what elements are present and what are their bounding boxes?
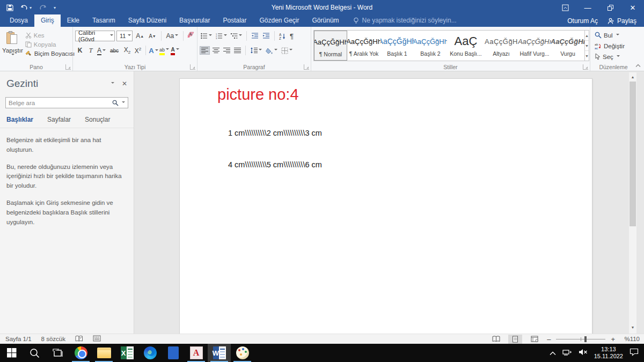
restore-button[interactable] xyxy=(599,0,621,15)
taskbar-autocad-icon[interactable]: A xyxy=(185,344,208,362)
style-normal[interactable]: AaÇçĞğHh ¶ Normal xyxy=(314,31,347,61)
shrink-font-button[interactable]: A▼ xyxy=(147,33,158,39)
decrease-indent-button[interactable] xyxy=(250,32,260,40)
line-spacing-button[interactable] xyxy=(249,47,263,54)
save-icon[interactable] xyxy=(6,4,13,11)
sign-in-button[interactable]: Oturum Aç xyxy=(567,17,598,25)
paste-button[interactable]: Yapıştır xyxy=(2,29,23,62)
taskbar-chrome-icon[interactable] xyxy=(69,344,92,362)
start-button[interactable] xyxy=(0,344,23,362)
taskbar-search-button[interactable] xyxy=(23,344,46,362)
find-button[interactable]: Bul xyxy=(595,31,634,40)
nav-tab-headings[interactable]: Başlıklar xyxy=(6,116,33,123)
tab-gorunum[interactable]: Görünüm xyxy=(306,14,346,27)
copy-button[interactable]: Kopyala xyxy=(25,41,75,48)
bullets-button[interactable] xyxy=(200,32,213,40)
text-effects-button[interactable]: A xyxy=(149,47,158,55)
bold-button[interactable]: K xyxy=(75,47,85,54)
tab-postalar[interactable]: Postalar xyxy=(216,14,253,27)
justify-button[interactable] xyxy=(233,47,242,54)
collapse-ribbon-icon[interactable] xyxy=(635,63,641,69)
task-view-button[interactable] xyxy=(46,344,69,362)
nav-pane-options-icon[interactable] xyxy=(111,82,114,85)
borders-button[interactable] xyxy=(280,47,294,55)
style-heading2[interactable]: AaÇçĞğHh Başlık 2 xyxy=(414,31,447,61)
qat-customize-icon[interactable]: ▾ xyxy=(54,5,56,10)
tell-me-box[interactable]: Ne yapmak istediğinizi söyleyin... xyxy=(353,17,457,27)
multilevel-list-button[interactable] xyxy=(230,32,243,40)
style-title[interactable]: AaÇ Konu Başlı... xyxy=(447,31,485,61)
change-case-button[interactable]: Aa xyxy=(165,32,180,40)
print-layout-button[interactable] xyxy=(508,335,522,344)
web-layout-button[interactable] xyxy=(528,335,541,344)
ribbon-display-options-icon[interactable] xyxy=(554,0,576,15)
zoom-slider-thumb[interactable] xyxy=(584,336,587,342)
scrollbar-thumb[interactable] xyxy=(630,82,636,226)
select-button[interactable]: Seç xyxy=(595,52,634,61)
read-mode-button[interactable] xyxy=(489,335,503,344)
font-dialog-launcher-icon[interactable] xyxy=(190,64,195,70)
styles-dialog-launcher-icon[interactable] xyxy=(583,64,588,70)
styles-scroll-down-icon[interactable]: ▼ xyxy=(585,41,589,51)
language-keyboard-icon[interactable] xyxy=(93,335,101,343)
scroll-up-icon[interactable]: ▲ xyxy=(629,72,636,81)
undo-dropdown-icon[interactable]: ▾ xyxy=(30,5,32,10)
tab-dosya[interactable]: Dosya xyxy=(3,14,34,27)
taskbar-edge-icon[interactable] xyxy=(138,344,162,362)
tab-ekle[interactable]: Ekle xyxy=(61,14,86,27)
paragraph-dialog-launcher-icon[interactable] xyxy=(304,64,309,70)
search-dropdown-icon[interactable] xyxy=(122,101,125,105)
undo-button[interactable]: ▾ xyxy=(21,4,32,11)
style-emphasis[interactable]: AaÇçĞğHı Vurgu xyxy=(551,31,584,61)
action-center-icon[interactable] xyxy=(630,348,639,358)
close-button[interactable]: ✕ xyxy=(621,0,644,15)
taskbar-clock[interactable]: 13:13 15.11.2022 xyxy=(594,346,623,360)
styles-more-icon[interactable]: ▼ xyxy=(585,51,589,61)
tab-tasarim[interactable]: Tasarım xyxy=(86,14,122,27)
strikethrough-button[interactable]: abc xyxy=(107,48,121,54)
document-search-input[interactable]: Belge ara xyxy=(5,97,128,108)
taskbar-paint-icon[interactable] xyxy=(231,344,254,362)
styles-scroll-up-icon[interactable]: ▲ xyxy=(585,31,589,41)
network-icon[interactable] xyxy=(562,348,572,358)
vertical-scrollbar[interactable]: ▲ ▼ xyxy=(629,72,636,334)
shading-button[interactable] xyxy=(265,47,279,55)
numbering-button[interactable]: 123 xyxy=(215,32,228,40)
nav-tab-pages[interactable]: Sayfalar xyxy=(47,116,71,123)
style-heading1[interactable]: AaÇçĞğHh Başlık 1 xyxy=(380,31,414,61)
taskbar-file-explorer-icon[interactable] xyxy=(92,344,115,362)
search-icon[interactable] xyxy=(112,100,119,106)
sort-button[interactable]: AZ xyxy=(278,32,287,40)
replace-button[interactable]: abac Değiştir xyxy=(595,41,634,50)
increase-indent-button[interactable] xyxy=(261,32,271,40)
volume-muted-icon[interactable] xyxy=(579,348,588,358)
style-subtle-emphasis[interactable]: AaÇçĞğHı Hafif Vurg... xyxy=(518,31,551,61)
share-button[interactable]: Paylaş xyxy=(608,17,636,25)
scroll-down-icon[interactable]: ▼ xyxy=(629,323,636,331)
taskbar-calculator-icon[interactable] xyxy=(162,344,185,362)
highlight-button[interactable]: ab xyxy=(159,46,169,55)
document-page[interactable]: picture no:4 1 cm\\\\\\\\\\2 cm\\\\\\\\\… xyxy=(180,79,592,334)
tray-expand-icon[interactable] xyxy=(550,348,556,358)
word-count[interactable]: 8 sözcük xyxy=(41,336,65,342)
subscript-button[interactable]: X2 xyxy=(122,46,132,55)
style-subtitle[interactable]: AaÇçĞğH Altyazı xyxy=(485,31,518,61)
zoom-out-button[interactable]: – xyxy=(547,335,551,343)
style-no-spacing[interactable]: AaÇçĞğHh ¶ Aralık Yok xyxy=(347,31,380,61)
tab-sayfa-duzeni[interactable]: Sayfa Düzeni xyxy=(122,14,173,27)
nav-tab-results[interactable]: Sonuçlar xyxy=(85,116,110,123)
zoom-percentage[interactable]: %110 xyxy=(620,336,640,342)
taskbar-word-icon[interactable]: W xyxy=(208,344,231,362)
align-right-button[interactable] xyxy=(222,47,231,54)
tab-basvurular[interactable]: Başvurular xyxy=(173,14,216,27)
cut-button[interactable]: Kes xyxy=(25,32,75,39)
zoom-in-button[interactable]: + xyxy=(611,335,615,343)
clear-formatting-button[interactable]: A xyxy=(187,31,195,41)
font-color-button[interactable]: A xyxy=(170,46,180,55)
font-name-combobox[interactable]: Calibri (Gövd xyxy=(75,31,115,41)
clipboard-dialog-launcher-icon[interactable] xyxy=(65,64,71,70)
tab-giris[interactable]: Giriş xyxy=(34,14,61,27)
show-hide-pilcrow-button[interactable]: ¶ xyxy=(289,32,295,41)
page-indicator[interactable]: Sayfa 1/1 xyxy=(5,336,32,342)
align-center-button[interactable] xyxy=(211,47,221,54)
